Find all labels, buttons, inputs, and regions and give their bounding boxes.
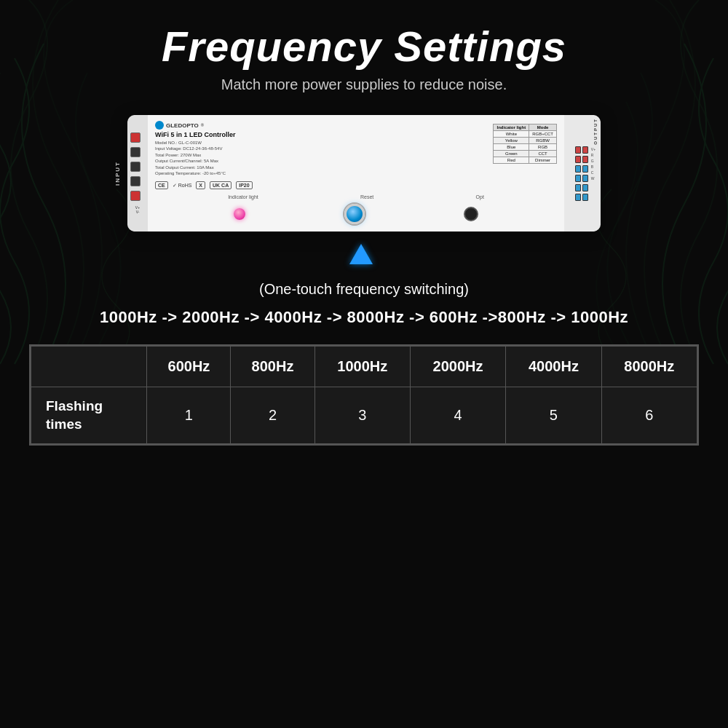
controller-info: GLEDOPTO ® WiFi 5 in 1 LED Controller Mo… xyxy=(148,115,564,232)
opt-button[interactable] xyxy=(464,207,478,221)
table-header-row: 600Hz 800Hz 1000Hz 2000Hz 4000Hz 8000Hz xyxy=(31,347,697,387)
val-800: 2 xyxy=(231,387,314,444)
right-connector: OUTPUT xyxy=(564,115,601,232)
frequency-table-wrapper: 600Hz 800Hz 1000Hz 2000Hz 4000Hz 8000Hz … xyxy=(29,344,699,446)
col-header-600: 600Hz xyxy=(147,347,231,387)
val-8000: 6 xyxy=(601,387,697,444)
input-label: INPUT xyxy=(114,161,121,186)
left-connector: V+V- xyxy=(127,115,148,232)
col-header-empty xyxy=(31,347,147,387)
row-label: Flashingtimes xyxy=(31,387,147,444)
page-title: Frequency Settings xyxy=(162,22,566,71)
frequency-chain: 1000Hz -> 2000Hz -> 4000Hz -> 8000Hz -> … xyxy=(100,308,628,327)
table-data-row: Flashingtimes 1 2 3 4 5 6 xyxy=(31,387,697,444)
controller-diagram: INPUT V+V- GLEDOPTO ® xyxy=(116,115,612,253)
col-header-4000: 4000Hz xyxy=(506,347,601,387)
col-header-2000: 2000Hz xyxy=(410,347,505,387)
cert-row: CE ✓ RoHS X UK CA IP20 xyxy=(155,181,557,189)
col-header-1000: 1000Hz xyxy=(314,347,410,387)
col-header-800: 800Hz xyxy=(231,347,314,387)
val-2000: 4 xyxy=(410,387,505,444)
frequency-table: 600Hz 800Hz 1000Hz 2000Hz 4000Hz 8000Hz … xyxy=(31,346,697,444)
mode-table: Indicator light Mode WhiteRGB+CCT Yellow… xyxy=(493,124,557,164)
brand-logo: GLEDOPTO ® xyxy=(155,121,487,130)
indicator-light xyxy=(234,208,245,220)
arrow-up xyxy=(349,244,373,264)
val-1000: 3 xyxy=(314,387,410,444)
val-600: 1 xyxy=(147,387,231,444)
subtitle-text: Match more power supplies to reduce nois… xyxy=(221,76,507,93)
one-touch-label: (One-touch frequency switching) xyxy=(259,281,469,298)
val-4000: 5 xyxy=(506,387,601,444)
reset-button[interactable] xyxy=(344,204,365,224)
controller-body: INPUT V+V- GLEDOPTO ® xyxy=(127,115,601,232)
col-header-8000: 8000Hz xyxy=(601,347,697,387)
